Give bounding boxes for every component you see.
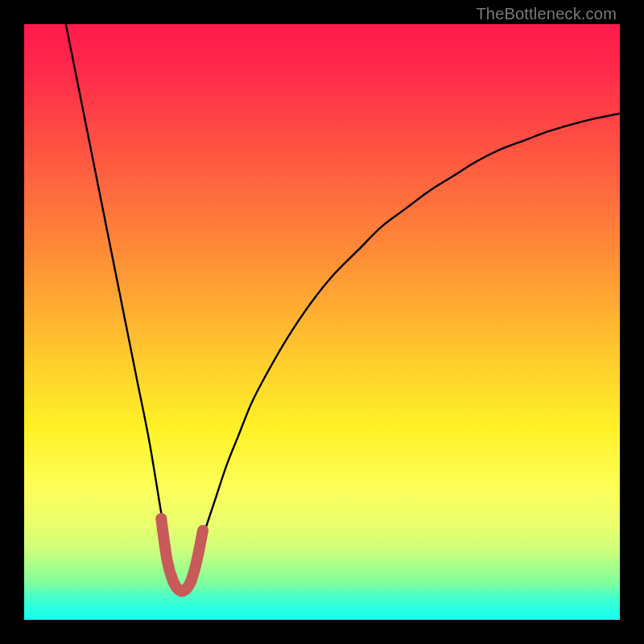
watermark: TheBottleneck.com [476, 5, 617, 23]
chart-svg [24, 24, 620, 620]
bottleneck-curve [66, 24, 620, 592]
chart-frame [24, 24, 620, 620]
minimum-highlight [161, 518, 203, 591]
